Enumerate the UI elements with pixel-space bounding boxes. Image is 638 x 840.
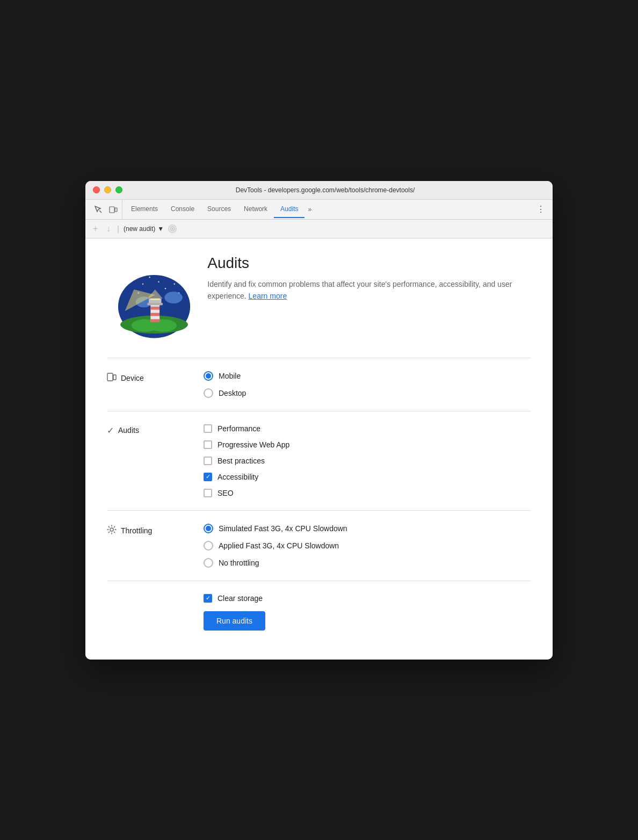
tab-console[interactable]: Console [164, 201, 201, 218]
audit-pwa-option[interactable]: Progressive Web App [204, 440, 531, 449]
device-mode-icon[interactable] [108, 204, 119, 215]
throttling-section: Throttling Simulated Fast 3G, 4x CPU Slo… [107, 510, 531, 581]
title-bar: DevTools - developers.google.com/web/too… [85, 181, 553, 200]
clear-storage-checkbox[interactable]: ✓ [204, 594, 212, 603]
svg-rect-23 [150, 319, 160, 322]
throttling-none-radio[interactable] [204, 558, 213, 568]
audit-best-practices-checkbox[interactable] [204, 457, 212, 465]
svg-rect-30 [113, 375, 116, 380]
learn-more-link[interactable]: Learn more [249, 292, 287, 300]
audits-label: ✓ Audits [107, 424, 193, 436]
svg-point-11 [174, 283, 176, 285]
audit-accessibility-checkbox[interactable]: ✓ [204, 473, 212, 481]
audit-toolbar: + ↓ | (new audit) ▼ [85, 220, 553, 238]
toolbar-icons [90, 200, 122, 219]
audits-section: ✓ Audits Performance Progressive Web App… [107, 411, 531, 510]
bottom-section: ✓ Clear storage Run audits [107, 581, 531, 643]
throttling-applied-radio[interactable] [204, 541, 213, 551]
gear-icon [107, 525, 117, 537]
more-tabs-button[interactable]: » [305, 201, 315, 218]
add-audit-button[interactable]: + [91, 223, 100, 235]
svg-point-8 [149, 277, 150, 278]
device-section: Device Mobile Desktop [107, 358, 531, 411]
svg-rect-1 [110, 207, 114, 213]
audit-performance-checkbox[interactable] [204, 424, 212, 433]
svg-point-7 [142, 283, 144, 285]
hero-text: Audits Identify and fix common problems … [207, 255, 531, 302]
svg-rect-29 [107, 373, 113, 381]
audit-dropdown[interactable]: (new audit) ▼ [124, 225, 164, 233]
clear-storage-option[interactable]: ✓ Clear storage [204, 594, 531, 603]
throttling-simulated-option[interactable]: Simulated Fast 3G, 4x CPU Slowdown [204, 524, 531, 533]
stop-audit-button[interactable] [168, 225, 177, 233]
throttling-controls: Simulated Fast 3G, 4x CPU Slowdown Appli… [204, 524, 531, 568]
svg-rect-28 [147, 303, 163, 305]
device-label: Device [107, 371, 193, 384]
device-desktop-option[interactable]: Desktop [204, 388, 531, 398]
window-title: DevTools - developers.google.com/web/too… [105, 186, 545, 194]
audit-performance-option[interactable]: Performance [204, 424, 531, 433]
svg-point-16 [164, 292, 183, 303]
main-content: Audits Identify and fix common problems … [85, 238, 553, 660]
svg-rect-21 [150, 306, 160, 309]
devtools-window: DevTools - developers.google.com/web/too… [85, 181, 553, 660]
download-button[interactable]: ↓ [104, 223, 113, 235]
hero-section: Audits Identify and fix common problems … [107, 255, 531, 341]
hero-description: Identify and fix common problems that af… [207, 278, 531, 302]
device-mobile-radio[interactable] [204, 371, 213, 381]
tab-elements[interactable]: Elements [125, 201, 164, 218]
run-audits-button[interactable]: Run audits [204, 611, 265, 631]
svg-point-14 [169, 277, 171, 278]
device-mobile-option[interactable]: Mobile [204, 371, 531, 381]
tab-network[interactable]: Network [237, 201, 274, 218]
throttling-label: Throttling [107, 524, 193, 537]
lighthouse-illustration [107, 255, 192, 341]
throttling-simulated-radio[interactable] [204, 524, 213, 533]
device-controls: Mobile Desktop [204, 371, 531, 398]
svg-point-10 [165, 287, 166, 289]
svg-line-0 [99, 211, 102, 213]
audit-best-practices-option[interactable]: Best practices [204, 457, 531, 465]
devtools-menu-button[interactable]: ⋮ [533, 200, 548, 219]
device-icon [107, 372, 117, 384]
inspect-icon[interactable] [93, 204, 104, 215]
audit-seo-option[interactable]: SEO [204, 489, 531, 497]
tab-sources[interactable]: Sources [201, 201, 237, 218]
svg-rect-2 [115, 208, 117, 212]
audits-controls: Performance Progressive Web App Best pra… [204, 424, 531, 497]
audit-seo-checkbox[interactable] [204, 489, 212, 497]
devtools-tab-bar: Elements Console Sources Network Audits … [85, 200, 553, 220]
audit-accessibility-option[interactable]: ✓ Accessibility [204, 473, 531, 481]
throttling-none-option[interactable]: No throttling [204, 558, 531, 568]
throttling-applied-option[interactable]: Applied Fast 3G, 4x CPU Slowdown [204, 541, 531, 551]
device-desktop-radio[interactable] [204, 388, 213, 398]
svg-point-9 [158, 281, 160, 283]
tab-audits[interactable]: Audits [274, 201, 305, 218]
svg-rect-22 [150, 313, 160, 316]
audit-pwa-checkbox[interactable] [204, 440, 212, 449]
close-button[interactable] [93, 186, 100, 193]
page-title: Audits [207, 255, 531, 272]
checkmark-icon: ✓ [107, 425, 114, 436]
